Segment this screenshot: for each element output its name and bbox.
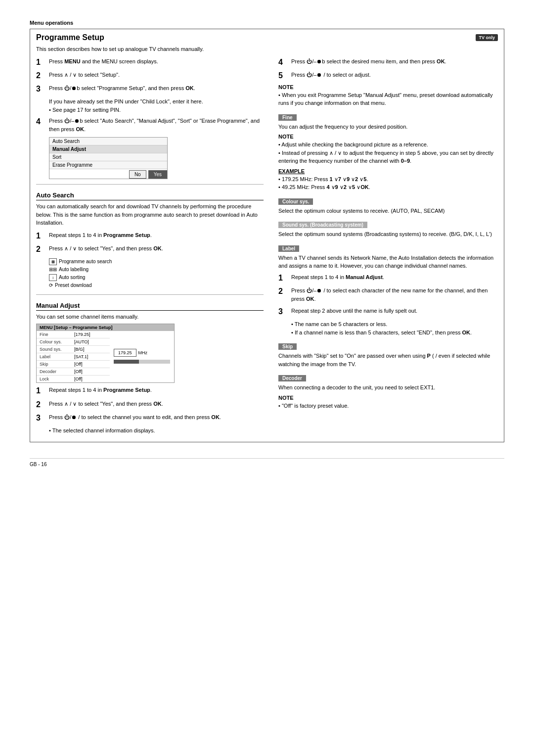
row-label: Sound sys.: [37, 346, 71, 353]
programme-auto-search-icon: ⊞: [49, 258, 57, 265]
bullet-item: If a channel name is less than 5 charact…: [291, 329, 498, 337]
step-num: 3: [36, 413, 45, 423]
mhz-slider[interactable]: [114, 360, 170, 364]
bullet-item: Adjust while checking the background pic…: [278, 141, 498, 149]
step-text: Press ⏻/–⏺ / to select each character of…: [291, 286, 498, 303]
menu-row-selected: Manual Adjust: [49, 145, 167, 153]
mhz-input-row: 179.25 MHz: [112, 348, 172, 358]
left-col: 1 Press MENU and the MENU screen display…: [36, 57, 264, 438]
fine-label: Fine: [278, 114, 297, 121]
page-footer: GB - 16: [30, 458, 504, 467]
bullet-item: 49.25 MHz: Press 4 ∨9 ∨2 ∨5 ∨OK.: [278, 183, 498, 191]
note-section: NOTE When you exit Programme Setup "Manu…: [278, 84, 498, 107]
icon-list: ⊞ Programme auto search ⊞⊞ Auto labellin…: [49, 258, 264, 289]
sound-sys-label: Sound sys. (Broadcasting system): [278, 222, 367, 228]
bullet-item: See page 17 for setting PIN.: [49, 106, 264, 114]
bullet-list: Adjust while checking the background pic…: [278, 141, 498, 165]
row-value: [179.25]: [71, 331, 101, 338]
step-item: 1 Repeat steps 1 to 4 in Programme Setup…: [36, 386, 264, 395]
no-button[interactable]: No: [129, 170, 146, 179]
menu-row: Sort: [49, 153, 167, 161]
menu-row: Auto Search: [49, 138, 167, 145]
icon-list-item: ⊞ Programme auto search: [49, 258, 264, 266]
manual-table-row: Skip [Off]: [37, 361, 110, 368]
step-num: 4: [36, 117, 45, 126]
note-section: NOTE "Off" is factory preset value.: [278, 395, 498, 410]
programme-setup-title: Programme Setup: [36, 33, 104, 42]
manual-table-row: Lock [Off]: [37, 376, 110, 382]
menu-buttons: No Yes: [49, 170, 167, 179]
row-value: [Off]: [71, 361, 101, 368]
step-num: 1: [36, 386, 45, 395]
bullet-item: 179.25 MHz: Press 1 ∨7 ∨9 ∨2 ∨5.: [278, 175, 498, 184]
manual-table-left: Fine [179.25] Colour sys. [AUTO] Sound s…: [37, 331, 110, 382]
indent-block: If you have already set the PIN under "C…: [49, 97, 264, 114]
tv-only-badge: TV only: [476, 34, 498, 41]
right-col: 4 Press ⏻/–⏺b select the desired menu it…: [278, 57, 498, 438]
icon-label: Auto labelling: [59, 266, 89, 274]
menu-row: Erase Programme: [49, 161, 167, 169]
step-text: Press ⏻/–⏺b select "Auto Search", "Manua…: [49, 117, 264, 133]
auto-search-header: Auto Search: [36, 191, 264, 200]
yes-button[interactable]: Yes: [148, 170, 167, 179]
colour-sys-label: Colour sys.: [278, 198, 313, 205]
manual-table-body: Fine [179.25] Colour sys. [AUTO] Sound s…: [37, 331, 174, 382]
skip-text: Channels with "Skip" set to "On" are pas…: [278, 352, 498, 368]
bullet-item: The selected channel information display…: [49, 426, 264, 435]
step-num: 5: [278, 71, 287, 80]
row-value: [Off]: [71, 368, 101, 375]
skip-label: Skip: [278, 343, 297, 350]
label-text: When a TV channel sends its Network Name…: [278, 254, 498, 270]
row-value: [Off]: [71, 376, 101, 382]
manual-adjust-description: You can set some channel items manually.: [36, 313, 264, 321]
step-num: 3: [36, 84, 45, 94]
step-item: 1 Repeat steps 1 to 4 in Programme Setup…: [36, 231, 264, 240]
step-item: 5 Press ⏻/–⏺ / to select or adjust.: [278, 71, 498, 80]
manual-table-row: Decoder [Off]: [37, 368, 110, 376]
manual-table-row: Sound sys. [B/G]: [37, 346, 110, 353]
programme-setup-box: Programme Setup TV only This section des…: [30, 29, 504, 442]
page-content: Menu operations Programme Setup TV only …: [30, 20, 504, 467]
bullet-list: See page 17 for setting PIN.: [49, 106, 264, 114]
programme-setup-description: This section describes how to set up ana…: [36, 45, 498, 53]
icon-label: Auto sorting: [59, 274, 85, 282]
step-item: 4 Press ⏻/–⏺b select "Auto Search", "Man…: [36, 117, 264, 133]
colour-sys-text: Select the optimum colour systems to rec…: [278, 207, 498, 215]
programme-setup-two-col: 1 Press MENU and the MENU screen display…: [36, 57, 498, 438]
step-text: Repeat steps 1 to 4 in Manual Adjust.: [291, 273, 384, 282]
divider: [36, 294, 264, 295]
step-item: 2 Press ∧ / ∨ to select "Setup".: [36, 71, 264, 80]
step-item: 3 Press ⏻/⏺b select "Programme Setup", a…: [36, 84, 264, 94]
step-item: 4 Press ⏻/–⏺b select the desired menu it…: [278, 57, 498, 67]
decoder-text: When connecting a decoder to the unit, y…: [278, 383, 498, 392]
step-num: 2: [278, 286, 287, 296]
step-num: 3: [278, 307, 287, 316]
step-text: Press MENU and the MENU screen displays.: [49, 57, 158, 66]
step-item: 2 Press ⏻/–⏺ / to select each character …: [278, 286, 498, 303]
row-label: Fine: [37, 331, 71, 338]
row-value: [B/G]: [71, 346, 101, 353]
auto-search-description: You can automatically search for and dow…: [36, 202, 264, 227]
indent-block: The name can be 5 characters or less. If…: [291, 320, 498, 336]
step-num: 2: [36, 71, 45, 80]
icon-label: Preset download: [55, 282, 92, 289]
manual-adjust-header: Manual Adjust: [36, 302, 264, 311]
step-item: 3 Repeat step 2 above until the name is …: [278, 307, 498, 316]
row-label: Decoder: [37, 368, 71, 375]
row-label: Skip: [37, 361, 71, 368]
manual-table-row: Fine [179.25]: [37, 331, 110, 338]
manual-table-row: Label [SAT.1]: [37, 353, 110, 361]
bullet-item: "Off" is factory preset value.: [278, 402, 498, 410]
row-label: Label: [37, 353, 71, 360]
note-section: NOTE Adjust while checking the backgroun…: [278, 134, 498, 165]
bullet-item: The name can be 5 characters or less.: [291, 320, 498, 329]
step-text: Press ∧ / ∨ to select "Setup".: [49, 71, 120, 79]
auto-sorting-icon: ↕: [49, 274, 57, 281]
programme-setup-header: Programme Setup TV only: [36, 33, 498, 42]
note-title: NOTE: [278, 84, 498, 90]
menu-operations-title: Menu operations: [30, 20, 504, 26]
menu-table: Auto Search Manual Adjust Sort Erase Pro…: [49, 137, 168, 179]
row-value: [SAT.1]: [71, 353, 101, 360]
divider: [36, 184, 264, 185]
step-text: Press ⏻/–⏺ / to select or adjust.: [291, 71, 371, 79]
